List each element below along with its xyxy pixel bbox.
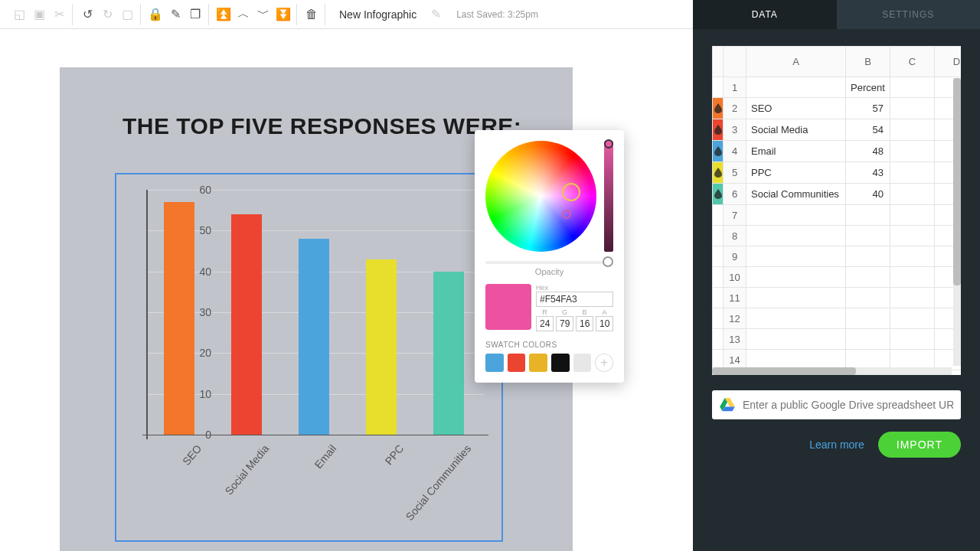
table-row[interactable]: 4Email48: [713, 141, 962, 162]
swatch[interactable]: [551, 354, 570, 372]
cell[interactable]: Social Media: [746, 119, 846, 141]
row-color-marker[interactable]: [713, 98, 724, 119]
cell[interactable]: 57: [846, 98, 890, 119]
image-icon[interactable]: ▣: [31, 6, 47, 23]
gdrive-url-input[interactable]: [743, 399, 953, 411]
g-input[interactable]: [556, 316, 573, 331]
row-color-marker[interactable]: [713, 162, 724, 184]
opacity-handle[interactable]: [603, 256, 613, 267]
redo-icon[interactable]: ↻: [99, 6, 116, 23]
swatch[interactable]: [573, 354, 592, 372]
wheel-marker-2[interactable]: [562, 210, 571, 219]
right-panel: DATA SETTINGS A B C D E 1Percent2SEO573S…: [693, 0, 980, 551]
bar-social-media[interactable]: [231, 214, 262, 435]
table-row[interactable]: 8: [713, 226, 962, 246]
row-color-marker[interactable]: [713, 184, 724, 205]
crop-icon[interactable]: ✂: [51, 6, 67, 23]
x-label: Social Media: [193, 442, 271, 533]
data-spreadsheet[interactable]: A B C D E 1Percent2SEO573Social Media544…: [712, 46, 961, 375]
send-back-icon[interactable]: ⏬: [275, 6, 292, 23]
table-row[interactable]: 3Social Media54: [713, 119, 962, 141]
row-color-marker[interactable]: [713, 141, 724, 162]
x-label: Social Communities: [395, 442, 473, 533]
table-row[interactable]: 1Percent: [713, 77, 962, 98]
col-A[interactable]: A: [746, 47, 846, 77]
cell[interactable]: 48: [846, 141, 890, 162]
cell[interactable]: Social Communities: [746, 184, 846, 205]
x-label: Email: [260, 442, 338, 533]
rename-icon[interactable]: ✎: [427, 6, 444, 23]
document-title[interactable]: New Infographic: [332, 8, 424, 21]
color-picker[interactable]: Opacity Hex R G B A SWATCH COLORS +: [475, 130, 624, 383]
frame-icon[interactable]: ▢: [119, 6, 136, 23]
swatch[interactable]: [529, 354, 547, 372]
cell[interactable]: PPC: [746, 162, 846, 184]
x-label: SEO: [126, 442, 204, 533]
b-input[interactable]: [576, 316, 593, 331]
bring-forward-icon[interactable]: ︿: [235, 6, 252, 23]
tab-data[interactable]: DATA: [693, 0, 837, 29]
cell[interactable]: SEO: [746, 98, 846, 119]
bring-front-icon[interactable]: ⏫: [215, 6, 232, 23]
swatch-colors-label: SWATCH COLORS: [485, 341, 613, 349]
learn-more-link[interactable]: Learn more: [809, 439, 864, 451]
gdrive-import-box: [712, 390, 961, 419]
table-row[interactable]: 12: [713, 308, 962, 329]
toolbar: ◱ ▣ ✂ ↺ ↻ ▢ 🔒 ✎ ❐ ⏫ ︿ ﹀ ⏬ 🗑 New Infograp…: [0, 0, 693, 29]
col-rownum: [724, 47, 746, 77]
add-swatch-button[interactable]: +: [595, 354, 613, 372]
row-color-marker[interactable]: [713, 119, 724, 141]
swatch[interactable]: [508, 354, 526, 372]
table-row[interactable]: 13: [713, 329, 962, 350]
color-wheel[interactable]: [485, 141, 596, 252]
hex-input[interactable]: [536, 292, 613, 307]
table-row[interactable]: 5PPC43: [713, 162, 962, 184]
hex-label: Hex: [536, 284, 613, 292]
a-input[interactable]: [596, 316, 613, 331]
tab-settings[interactable]: SETTINGS: [837, 0, 981, 29]
horizontal-scrollbar[interactable]: [712, 367, 952, 375]
bar-ppc[interactable]: [366, 259, 397, 435]
col-B[interactable]: B: [846, 47, 890, 77]
bar-seo[interactable]: [164, 202, 194, 435]
undo-icon[interactable]: ↺: [79, 6, 96, 23]
r-input[interactable]: [536, 316, 554, 331]
y-axis: [146, 190, 148, 439]
table-row[interactable]: 2SEO57: [713, 98, 962, 119]
table-row[interactable]: 11: [713, 288, 962, 308]
lock-icon[interactable]: 🔒: [147, 6, 164, 23]
hue-slider[interactable]: [604, 141, 613, 252]
google-drive-icon: [720, 398, 735, 412]
table-row[interactable]: 10: [713, 267, 962, 288]
col-D[interactable]: D: [935, 47, 962, 77]
column-header-row: A B C D E: [713, 47, 962, 77]
cell[interactable]: 54: [846, 119, 890, 141]
table-row[interactable]: 6Social Communities40: [713, 184, 962, 205]
col-color: [713, 47, 724, 77]
send-backward-icon[interactable]: ﹀: [255, 6, 272, 23]
bar-social-communities[interactable]: [433, 272, 464, 435]
x-label: PPC: [328, 442, 406, 533]
import-button[interactable]: IMPORT: [878, 432, 961, 458]
opacity-slider[interactable]: [485, 261, 613, 264]
cell[interactable]: 43: [846, 162, 890, 184]
last-saved: Last Saved: 3:25pm: [450, 9, 538, 20]
cell[interactable]: 40: [846, 184, 890, 205]
trash-icon[interactable]: 🗑: [303, 6, 320, 23]
bar-email[interactable]: [299, 239, 329, 435]
wheel-marker-1[interactable]: [562, 183, 580, 201]
cell[interactable]: Email: [746, 141, 846, 162]
edit-icon[interactable]: ✎: [167, 6, 184, 23]
vertical-scrollbar[interactable]: [953, 78, 961, 366]
opacity-label: Opacity: [485, 267, 613, 276]
col-C[interactable]: C: [890, 47, 935, 77]
table-row[interactable]: 7: [713, 205, 962, 226]
hue-handle[interactable]: [604, 139, 613, 148]
color-preview: [485, 284, 531, 330]
swatch[interactable]: [485, 354, 504, 372]
table-row[interactable]: 9: [713, 246, 962, 267]
shape-icon[interactable]: ◱: [11, 6, 28, 23]
copy-icon[interactable]: ❐: [187, 6, 204, 23]
